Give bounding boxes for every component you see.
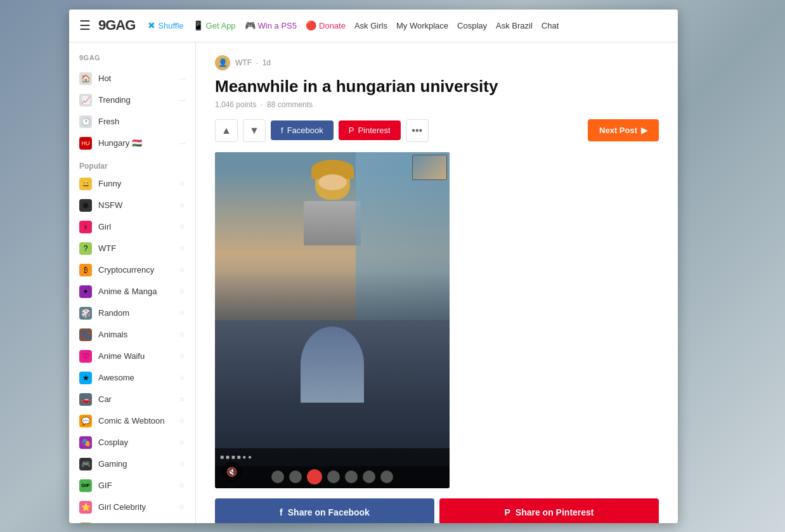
sidebar-item-hungary[interactable]: HU Hungary 🇭🇺 ··· [69,133,195,154]
sidebar-label-trending: Trending [98,95,173,105]
gif-icon: GIF [79,479,92,492]
sidebar-item-comic-webtoon[interactable]: 💬 Comic & Webtoon ☆ [69,410,195,432]
nav-label-chat: Chat [542,21,559,30]
sidebar-item-anime-waifu[interactable]: ♡ Anime Waifu ☆ [69,346,195,367]
upvote-button[interactable]: ▲ [215,119,238,142]
home-icon: 🏠 [79,72,92,85]
nav-item-win-ps5[interactable]: 🎮 Win a PS5 [245,20,297,30]
nav-label-ask-brazil: Ask Brazil [496,21,533,30]
post-title: Meanwhile in a hungarian university [215,77,659,96]
top-nav: ☰ 9GAG ✖ Shuffle 📱 Get App 🎮 Win a PS5 🔴… [69,10,678,42]
awesome-star: ☆ [179,373,185,382]
share-facebook-button[interactable]: f Facebook [271,120,334,140]
bottom-share-pinterest-button[interactable]: P Share on Pinterest [439,498,659,523]
bottom-share-pin-label: Share on Pinterest [516,507,594,517]
sidebar-item-funny[interactable]: 😄 Funny ☆ [69,173,195,195]
sidebar-item-gif[interactable]: GIF GIF ☆ [69,475,195,496]
sidebar-section-popular: Popular [69,154,195,173]
nav-item-ask-girls[interactable]: Ask Girls [354,21,387,30]
fresh-icon: 🕐 [79,115,92,128]
funny-icon: 😄 [79,178,92,190]
bottom-facebook-icon: f [280,507,283,517]
post-author-row: 👤 WTF · 1d [215,55,659,70]
sidebar-item-trending[interactable]: 📈 Trending ··· [69,89,195,111]
more-options-button[interactable]: ••• [406,119,429,142]
author-avatar: 👤 [215,55,230,70]
random-icon: 🎲 [79,307,92,320]
video-call-image: ■ ■ ■ ■ ● ● 🔇 [215,152,450,488]
bottom-share-bar: f Share on Facebook P Share on Pinterest [215,498,659,523]
hungary-icon: HU [79,137,92,150]
author-info: WTF · 1d [235,58,271,67]
sidebar-item-car[interactable]: 🚗 Car ☆ [69,389,195,410]
post-image: ■ ■ ■ ■ ● ● 🔇 [215,152,450,488]
sidebar-item-fresh[interactable]: 🕐 Fresh [69,111,195,133]
author-name: WTF [235,58,252,67]
lol-icon: ⚔ [79,522,92,523]
sidebar-item-wtf[interactable]: ? WTF ☆ [69,238,195,259]
sidebar-more-hot: ··· [179,75,185,82]
downvote-button[interactable]: ▼ [243,119,266,142]
sidebar-item-nsfw[interactable]: ⊗ NSFW ☆ [69,195,195,216]
content-area: 👤 WTF · 1d Meanwhile in a hungarian univ… [196,42,678,523]
pinterest-icon: P [349,126,354,135]
nav-item-get-app[interactable]: 📱 Get App [193,20,236,30]
sidebar-label-girl: Girl [98,222,172,231]
gaming-icon: 🎮 [79,458,92,470]
sidebar-item-cosplay[interactable]: 🎭 Cosplay ☆ [69,432,195,453]
logo[interactable]: 9GAG [98,17,135,34]
sidebar-item-random[interactable]: 🎲 Random ☆ [69,302,195,324]
post-points: 1,046 points [215,100,256,109]
next-post-button[interactable]: Next Post ▶ [588,119,659,141]
next-post-arrow-icon: ▶ [641,126,647,135]
sidebar-label-awesome: Awesome [98,373,172,382]
car-star: ☆ [179,395,185,403]
share-pinterest-button[interactable]: P Pinterest [339,120,401,140]
girl-celebrity-star: ☆ [179,503,185,511]
nav-item-ask-brazil[interactable]: Ask Brazil [496,21,533,30]
sidebar-label-hot: Hot [98,74,173,83]
sidebar-label-animals: Animals [98,330,172,339]
nav-label-ask-girls: Ask Girls [354,21,387,30]
girl-celebrity-icon: ⭐ [79,501,92,514]
bottom-share-facebook-button[interactable]: f Share on Facebook [215,498,434,523]
sidebar-item-animals[interactable]: 🐾 Animals ☆ [69,324,195,346]
sidebar-item-anime-manga[interactable]: ✦ Anime & Manga ☆ [69,281,195,302]
random-star: ☆ [179,309,185,317]
sidebar-item-gaming[interactable]: 🎮 Gaming ☆ [69,453,195,475]
hamburger-icon[interactable]: ☰ [79,18,91,33]
wtf-icon: ? [79,242,92,255]
nav-item-cosplay[interactable]: Cosplay [457,21,487,30]
sidebar-item-cryptocurrency[interactable]: ₿ Cryptocurrency ☆ [69,259,195,281]
trending-icon: 📈 [79,94,92,107]
post-comments: 88 comments [267,100,313,109]
nav-item-my-workplace[interactable]: My Workplace [396,21,448,30]
nav-item-chat[interactable]: Chat [542,21,559,30]
sidebar-item-girl[interactable]: ♀ Girl ☆ [69,216,195,238]
video-bottom-panel: ■ ■ ■ ■ ● ● [215,320,450,488]
sidebar-item-hot[interactable]: 🏠 Hot ··· [69,68,195,89]
sidebar-item-girl-celebrity[interactable]: ⭐ Girl Celebrity ☆ [69,496,195,518]
post-meta: 1,046 points · 88 comments [215,100,659,109]
sidebar-more-hungary: ··· [179,139,185,147]
win-ps5-icon: 🎮 [245,20,256,30]
sidebar-item-awesome[interactable]: ★ Awesome ☆ [69,367,195,389]
sidebar-label-random: Random [98,308,172,318]
sidebar-item-league-of-legends[interactable]: ⚔ League of Legends ☆ [69,518,195,523]
sidebar-label-funny: Funny [98,179,172,188]
comic-icon: 💬 [79,415,92,427]
sidebar-label-nsfw: NSFW [98,200,172,210]
nsfw-star: ☆ [179,201,185,209]
nav-item-shuffle[interactable]: ✖ Shuffle [148,20,183,30]
nav-item-donate[interactable]: 🔴 Donate [306,20,346,30]
funny-star: ☆ [179,179,185,188]
sidebar-label-comic-webtoon: Comic & Webtoon [98,416,172,425]
mute-overlay: 🔇 [221,462,242,482]
wtf-star: ☆ [179,244,185,252]
next-post-label: Next Post [599,126,637,135]
gaming-star: ☆ [179,460,185,468]
sidebar-brand: 9GAG [69,50,195,68]
sidebar-label-cosplay: Cosplay [98,438,172,447]
sidebar-label-hungary: Hungary 🇭🇺 [98,138,173,148]
cosplay-star: ☆ [179,438,185,446]
